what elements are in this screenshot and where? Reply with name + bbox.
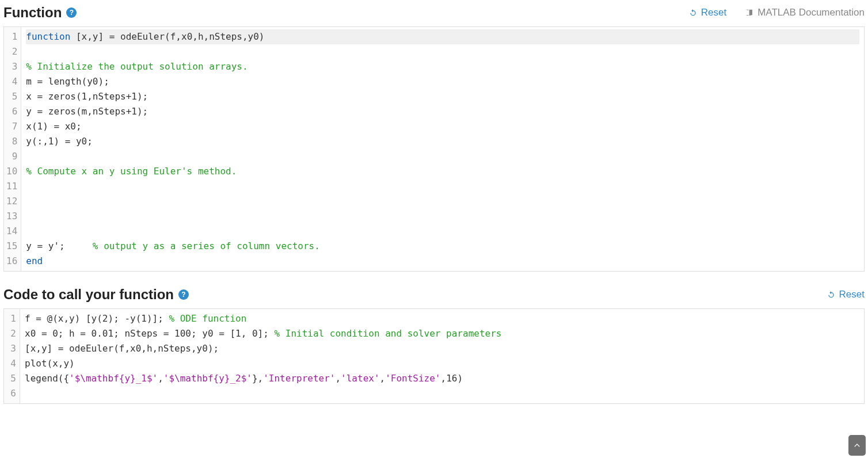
call-editor[interactable]: 123456 f = @(x,y) [y(2); -y(1)]; % ODE f… — [3, 308, 865, 404]
help-icon[interactable]: ? — [66, 7, 77, 18]
code-line[interactable] — [26, 209, 859, 224]
code-line[interactable]: % Compute x an y using Euler's method. — [26, 164, 859, 179]
code-line[interactable]: f = @(x,y) [y(2); -y(1)]; % ODE function — [25, 311, 859, 326]
line-number: 5 — [6, 89, 17, 104]
line-number: 10 — [6, 164, 17, 179]
code-line[interactable]: legend({'$\mathbf{y}_1$','$\mathbf{y}_2$… — [25, 371, 859, 386]
code-line[interactable]: y = zeros(m,nSteps+1); — [26, 104, 859, 119]
line-number: 1 — [6, 29, 17, 44]
docs-link[interactable]: MATLAB Documentation — [744, 7, 865, 18]
book-icon — [744, 8, 754, 17]
help-icon[interactable]: ? — [178, 289, 189, 300]
function-header: Function ? Reset MATLAB Documentation — [3, 2, 865, 26]
function-section: Function ? Reset MATLAB Documentation 12… — [0, 0, 868, 282]
line-number: 1 — [6, 311, 16, 326]
line-number: 4 — [6, 74, 17, 89]
line-number: 15 — [6, 239, 17, 254]
code-line[interactable]: end — [26, 254, 859, 269]
code-line[interactable] — [26, 179, 859, 194]
function-title: Function — [3, 5, 62, 21]
line-number: 11 — [6, 179, 17, 194]
line-number: 2 — [6, 44, 17, 59]
code-line[interactable] — [25, 386, 859, 401]
function-toolbar: Reset MATLAB Documentation — [688, 7, 865, 18]
line-number: 3 — [6, 59, 17, 74]
line-number: 6 — [6, 104, 17, 119]
code-line[interactable]: m = length(y0); — [26, 74, 859, 89]
line-number: 2 — [6, 326, 16, 341]
line-number: 3 — [6, 341, 16, 356]
line-number: 16 — [6, 254, 17, 269]
line-number: 4 — [6, 356, 16, 371]
code-line[interactable] — [26, 44, 859, 59]
code-line[interactable]: % Initialize the output solution arrays. — [26, 59, 859, 74]
code-line[interactable]: [x,y] = odeEuler(f,x0,h,nSteps,y0); — [25, 341, 859, 356]
call-code[interactable]: f = @(x,y) [y(2); -y(1)]; % ODE function… — [20, 309, 864, 403]
code-line[interactable]: x0 = 0; h = 0.01; nSteps = 100; y0 = [1,… — [25, 326, 859, 341]
call-toolbar: Reset — [827, 289, 865, 300]
refresh-icon — [688, 8, 698, 17]
function-title-wrap: Function ? — [3, 5, 77, 21]
line-number: 8 — [6, 134, 17, 149]
code-line[interactable]: y(:,1) = y0; — [26, 134, 859, 149]
code-line[interactable]: x(1) = x0; — [26, 119, 859, 134]
code-line[interactable] — [26, 149, 859, 164]
function-editor[interactable]: 12345678910111213141516 function [x,y] =… — [3, 26, 865, 272]
call-title-wrap: Code to call your function ? — [3, 287, 189, 303]
call-section: Code to call your function ? Reset 12345… — [0, 282, 868, 414]
reset-button[interactable]: Reset — [688, 7, 726, 18]
refresh-icon — [827, 290, 836, 299]
call-gutter: 123456 — [4, 309, 20, 403]
function-gutter: 12345678910111213141516 — [4, 27, 21, 271]
code-line[interactable]: function [x,y] = odeEuler(f,x0,h,nSteps,… — [26, 29, 859, 44]
code-line[interactable] — [26, 194, 859, 209]
code-line[interactable]: x = zeros(1,nSteps+1); — [26, 89, 859, 104]
line-number: 12 — [6, 194, 17, 209]
line-number: 7 — [6, 119, 17, 134]
code-line[interactable]: plot(x,y) — [25, 356, 859, 371]
line-number: 13 — [6, 209, 17, 224]
line-number: 6 — [6, 386, 16, 401]
function-code[interactable]: function [x,y] = odeEuler(f,x0,h,nSteps,… — [21, 27, 864, 271]
line-number: 14 — [6, 224, 17, 239]
call-title: Code to call your function — [3, 287, 174, 303]
code-line[interactable] — [26, 224, 859, 239]
docs-label: MATLAB Documentation — [757, 7, 865, 18]
reset-button[interactable]: Reset — [827, 289, 865, 300]
call-header: Code to call your function ? Reset — [3, 284, 865, 308]
reset-label: Reset — [839, 289, 865, 300]
code-line[interactable]: y = y'; % output y as a series of column… — [26, 239, 859, 254]
line-number: 5 — [6, 371, 16, 386]
reset-label: Reset — [701, 7, 726, 18]
line-number: 9 — [6, 149, 17, 164]
